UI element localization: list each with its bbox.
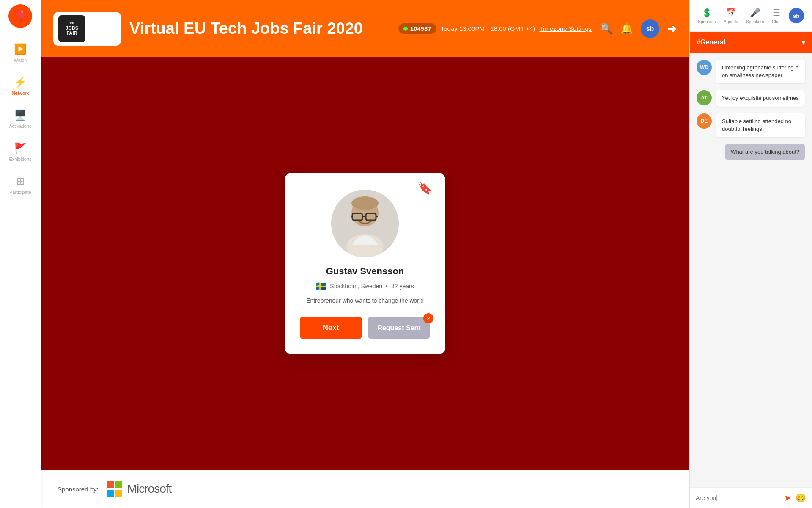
request-sent-button[interactable]: Request Sent 2 [368,317,430,339]
sidebar-item-activations[interactable]: 🖥️ Activations [0,102,41,135]
chat-message: DE Suitable settling attended no doubtfu… [697,113,805,137]
send-button[interactable]: ➤ [784,493,791,503]
profile-card: 🔖 [285,173,445,354]
sidebar: 🎈 ▶️ Watch ⚡ Network 🖥️ Activations 🚩 Ex… [0,0,41,508]
self-message-wrapper: What are you talking about? [697,144,805,160]
agenda-label: Agenda [724,19,738,24]
sidebar-item-participate[interactable]: ⊞ Participate [0,168,41,202]
card-actions: Next Request Sent 2 [300,317,430,339]
activations-icon: 🖥️ [14,109,27,121]
body-area: 🔖 [41,57,689,508]
speakers-nav[interactable]: 🎤 Speakers [746,8,764,24]
sidebar-item-label: Activations [9,124,31,129]
avatar: WD [697,60,712,75]
event-title: Virtual EU Tech Jobs Fair 2020 [129,19,390,38]
sponsored-bar: Sponsored by: Microsoft [41,470,689,508]
sponsored-label: Sponsored by: [58,486,99,493]
user-avatar-header[interactable]: sb [641,19,659,38]
chat-input[interactable] [696,494,780,501]
chat-nav-icon: ☰ [773,8,780,18]
sidebar-item-exhibitions[interactable]: 🚩 Exhibitions [0,135,41,168]
person-name: Gustav Svensson [326,266,404,277]
user-avatar-top[interactable]: sb [789,8,804,23]
emoji-button[interactable]: 😊 [796,493,806,503]
avatar [331,190,399,257]
person-location: Stockholm, Sweden [330,283,382,290]
message-bubble: Suitable settling attended no doubtful f… [716,113,805,137]
svg-point-8 [351,196,379,210]
chat-nav-label: Chat [772,19,781,24]
avatar: DE [697,113,712,129]
message-bubble: Yet joy exquisite put sometimes [716,90,805,106]
separator: • [386,283,388,290]
message-bubble: Unfeeling agreeable suffering it on smal… [716,60,805,83]
person-meta: 🇸🇪 Stockholm, Sweden • 32 years [316,281,414,291]
network-icon: ⚡ [14,76,27,88]
chat-messages: WD Unfeeling agreeable suffering it on s… [690,53,812,487]
card-wrapper: 🔖 [41,57,689,470]
logo-badge: ecJOBSFAIR [58,15,85,42]
event-time: Today 13:00PM - 18:00 (GMT +4) [441,25,535,32]
channel-name: #General [697,39,725,46]
logo-icon: 🎈 [13,9,28,23]
flag-icon: 🇸🇪 [316,281,326,291]
header-actions: 🔍 🔔 sb ➜ [600,19,677,38]
notification-button[interactable]: 🔔 [620,23,633,35]
speakers-icon: 🎤 [750,8,760,18]
chat-panel: 💲 Sponsors 📅 Agenda 🎤 Speakers ☰ Chat sb… [689,0,812,508]
chat-message: WD Unfeeling agreeable suffering it on s… [697,60,805,83]
sponsors-label: Sponsors [698,19,716,24]
watch-icon: ▶️ [14,43,27,55]
sponsors-icon: 💲 [702,8,712,18]
chat-nav[interactable]: ☰ Chat [772,8,781,24]
microsoft-text: Microsoft [127,482,172,496]
channel-bar[interactable]: #General ▾ [690,32,812,53]
chat-message: AT Yet joy exquisite put sometimes [697,90,805,106]
agenda-icon: 📅 [726,8,736,18]
ms-grid-icon [107,481,122,497]
person-bio: Entrepreneur who wants to change the wor… [306,297,424,304]
sidebar-item-label: Exhibitions [9,157,31,162]
participate-icon: ⊞ [16,175,25,187]
request-badge: 2 [423,313,433,323]
sidebar-item-network[interactable]: ⚡ Network [0,69,41,102]
ms-square-blue [107,490,114,497]
header-meta: 104587 Today 13:00PM - 18:00 (GMT +4) Ti… [398,23,592,34]
chat-top-nav: 💲 Sponsors 📅 Agenda 🎤 Speakers ☰ Chat sb [690,0,812,32]
agenda-nav[interactable]: 📅 Agenda [724,8,738,24]
ms-square-green [115,481,122,488]
viewers-badge: 104587 [398,23,436,34]
speakers-label: Speakers [746,19,764,24]
chat-input-area: ➤ 😊 [690,487,812,508]
header: ecJOBSFAIR Virtual EU Tech Jobs Fair 202… [41,0,689,57]
person-age: 32 years [391,283,414,290]
search-button[interactable]: 🔍 [600,23,613,35]
sidebar-item-label: Watch [14,58,27,63]
sponsors-nav[interactable]: 💲 Sponsors [698,8,716,24]
microsoft-logo: Microsoft [107,481,172,497]
chevron-down-icon: ▾ [801,38,805,47]
event-logo: ecJOBSFAIR [53,12,121,46]
ms-square-red [107,481,114,488]
sidebar-item-label: Participate [9,190,31,195]
main-content: ecJOBSFAIR Virtual EU Tech Jobs Fair 202… [41,0,689,508]
sidebar-item-watch[interactable]: ▶️ Watch [0,36,41,69]
viewers-count: 104587 [410,25,431,32]
expand-button[interactable]: ➜ [667,22,677,36]
avatar: AT [697,90,712,105]
app-logo: 🎈 [8,4,32,28]
ms-square-yellow [115,490,122,497]
self-message-bubble: What are you talking about? [725,144,805,160]
bookmark-icon[interactable]: 🔖 [418,181,433,195]
next-button[interactable]: Next [300,317,362,339]
exhibitions-icon: 🚩 [14,142,27,154]
live-dot [403,27,408,31]
sidebar-item-label: Network [12,91,29,96]
timezone-settings-link[interactable]: Timezone Settings [539,25,592,32]
